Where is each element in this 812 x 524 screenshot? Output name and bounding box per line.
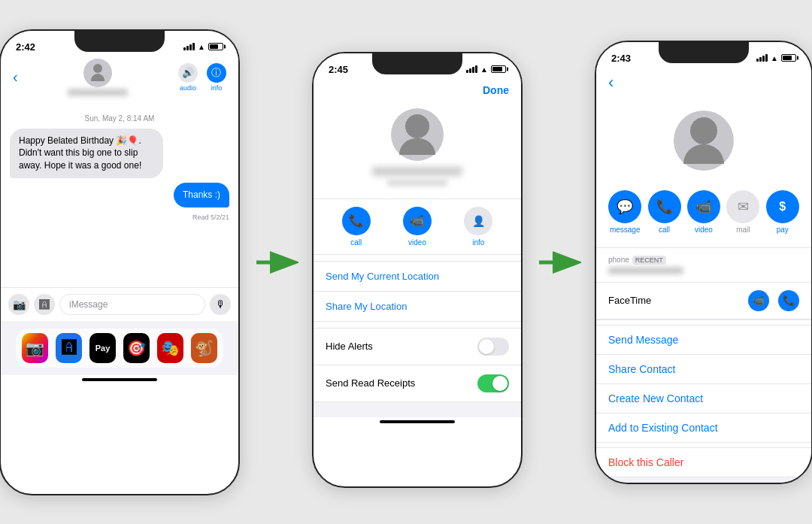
phone-label-text: phone <box>608 256 629 264</box>
home-indicator-2 <box>380 420 455 423</box>
message-input-bar: 📷 🅰 iMessage 🎙 <box>1 287 238 321</box>
messages-body: Sun, May 2, 8:14 AM Happy Belated Birthd… <box>1 102 238 227</box>
share-location-item[interactable]: Share My Location <box>314 292 521 321</box>
message-action[interactable]: 💬 message <box>608 190 641 234</box>
info-action[interactable]: 👤 info <box>464 207 492 247</box>
status-icons-3: ▲ <box>756 54 796 62</box>
call-action[interactable]: 📞 call <box>342 207 371 247</box>
call-action-3[interactable]: 📞 call <box>648 190 681 234</box>
message-input[interactable]: iMessage <box>59 294 205 315</box>
info-icon: ⓘ <box>207 63 226 83</box>
send-location-item[interactable]: Send My Current Location <box>314 262 521 292</box>
video-icon: 📹 <box>403 207 432 235</box>
arrow-1-svg <box>253 247 298 277</box>
call-action-label: call <box>659 226 670 234</box>
info-panel-header: Done <box>314 78 521 99</box>
time-1: 2:42 <box>16 41 35 53</box>
pay-action[interactable]: $ pay <box>766 190 799 234</box>
home-indicator-1 <box>82 378 157 381</box>
actions-row-3: 💬 message 📞 call 📹 video ✉ mail $ pay <box>596 184 811 243</box>
arrow-2-svg <box>536 247 581 277</box>
video-action[interactable]: 📹 video <box>403 207 432 247</box>
contact-info-avatar <box>314 99 521 198</box>
facetime-phone-icon[interactable]: 📞 <box>778 290 799 311</box>
audio-label: audio <box>180 84 196 92</box>
date-separator: Sun, May 2, 8:14 AM <box>10 114 229 123</box>
contact-detail-big-avatar <box>674 111 734 171</box>
messages-nav: ‹ 🔊 audio ⓘ info <box>1 56 238 102</box>
facetime-video-icon[interactable]: 📹 <box>748 290 769 311</box>
target-icon[interactable]: 🎯 <box>123 333 150 363</box>
camera-button[interactable]: 📷 <box>8 294 29 315</box>
video-action-3[interactable]: 📹 video <box>687 190 720 234</box>
appstore-button[interactable]: 🅰 <box>34 294 55 315</box>
info-person-icon: 👤 <box>472 215 485 227</box>
status-icons-2: ▲ <box>466 65 506 74</box>
done-button[interactable]: Done <box>483 84 509 96</box>
call-label: call <box>350 238 362 247</box>
read-receipts-toggle[interactable] <box>477 374 509 392</box>
wifi-icon: ▲ <box>198 43 205 51</box>
back-button[interactable]: ‹ <box>13 68 18 86</box>
message-action-label: message <box>610 226 641 234</box>
facetime-row: FaceTime 📹 📞 <box>596 283 811 320</box>
appstore-dock-icon[interactable]: 🅰 <box>56 333 82 363</box>
create-new-contact-link[interactable]: Create New Contact <box>596 384 811 413</box>
toggle-section: Hide Alerts Send Read Receipts <box>314 328 521 402</box>
phone3-spacer <box>596 477 811 484</box>
monkey-icon[interactable]: 🐒 <box>191 333 217 363</box>
add-existing-contact-link[interactable]: Add to Existing Contact <box>596 413 811 442</box>
avatar-head-lg <box>405 114 429 138</box>
phone-detail-section: phone RECENT FaceTime 📹 📞 <box>596 247 811 320</box>
phone2-spacer <box>314 402 521 417</box>
location-arrow: ↗ <box>108 43 114 51</box>
recent-badge: RECENT <box>632 256 666 265</box>
avatar-head <box>93 64 102 73</box>
applepay-icon[interactable]: Pay <box>89 333 116 363</box>
phone-label: phone RECENT <box>608 256 799 265</box>
status-bar-2: 2:45 ↗ ▲ <box>314 53 521 78</box>
audio-button[interactable]: 🔊 audio <box>178 63 198 92</box>
audio-record-button[interactable]: 🎙 <box>210 294 231 315</box>
phone-contact-detail: 2:43 ▲ ‹ <box>595 41 812 484</box>
avatar-body <box>91 74 105 81</box>
battery-icon-2 <box>491 65 506 73</box>
send-message-link[interactable]: Send Message <box>596 326 811 355</box>
facetime-label: FaceTime <box>608 295 651 306</box>
arrow-2-container <box>536 247 581 277</box>
time-2: 2:45 <box>329 64 348 75</box>
block-caller-label[interactable]: Block this Caller <box>608 456 683 468</box>
arrow-1-container <box>253 247 298 277</box>
read-receipts-item: Send Read Receipts <box>314 365 521 401</box>
contact-links-section: Send Message Share Contact Create New Co… <box>596 325 811 443</box>
back-button-3[interactable]: ‹ <box>608 73 614 92</box>
wifi-icon-2: ▲ <box>480 65 488 74</box>
message-action-icon: 💬 <box>608 190 641 223</box>
mail-action[interactable]: ✉ mail <box>726 190 759 234</box>
photos-icon[interactable]: 📷 <box>22 333 48 363</box>
call-action-icon: 📞 <box>648 190 681 223</box>
info-button[interactable]: ⓘ info <box>207 63 226 92</box>
call-icon: 📞 <box>342 207 371 235</box>
battery-icon-3 <box>781 54 796 62</box>
signal-icon-2 <box>466 65 477 73</box>
block-caller-section: Block this Caller <box>596 447 811 477</box>
battery-icon <box>208 43 223 50</box>
toggle-knob-off <box>479 339 494 354</box>
emoji-icon[interactable]: 🎭 <box>157 333 183 363</box>
hide-alerts-toggle[interactable] <box>477 338 509 356</box>
contact-name-lg <box>372 167 462 176</box>
mail-action-icon: ✉ <box>726 190 759 223</box>
phone-value <box>608 267 683 274</box>
share-contact-link[interactable]: Share Contact <box>596 355 811 384</box>
location-section: Send My Current Location Share My Locati… <box>314 261 521 322</box>
messages-spacer <box>1 227 238 287</box>
app-dock: 📷 🅰 Pay 🎯 🎭 🐒 <box>16 329 223 368</box>
contact-sub <box>387 179 447 186</box>
read-receipts-label: Send Read Receipts <box>326 377 415 389</box>
mail-action-label: mail <box>736 226 750 234</box>
time-3: 2:43 <box>611 53 631 64</box>
status-icons-1: ▲ <box>183 43 223 51</box>
nav-contact[interactable] <box>68 59 128 96</box>
signal-icon <box>183 43 195 50</box>
